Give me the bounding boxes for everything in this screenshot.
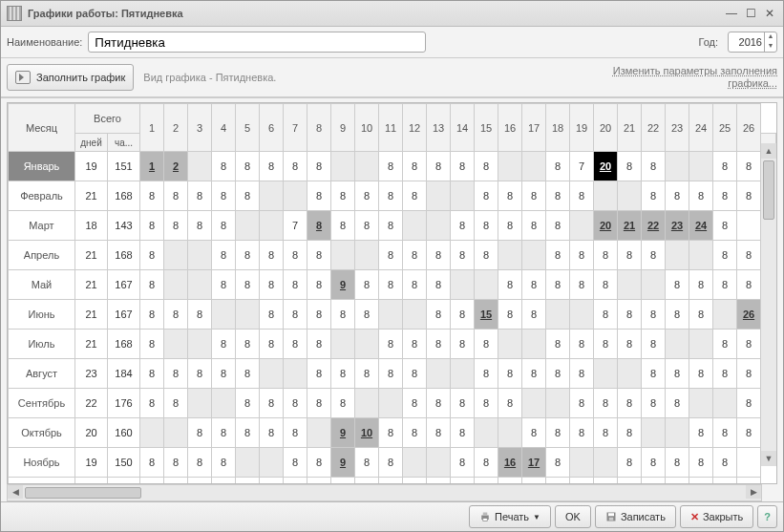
day-cell[interactable]: 8 bbox=[594, 389, 618, 418]
day-cell[interactable]: 8 bbox=[284, 270, 307, 300]
hscroll-thumb[interactable] bbox=[25, 487, 141, 499]
day-cell[interactable]: 8 bbox=[260, 389, 284, 418]
schedule-table[interactable]: Месяц Всего 1234567891011121314151617181… bbox=[8, 103, 776, 484]
day-cell[interactable]: 8 bbox=[307, 359, 331, 389]
day-cell[interactable] bbox=[618, 359, 642, 389]
day-cell[interactable]: 8 bbox=[737, 330, 761, 359]
day-cell[interactable] bbox=[713, 478, 737, 485]
day-cell[interactable]: 8 bbox=[355, 448, 379, 478]
name-input[interactable] bbox=[88, 32, 426, 53]
day-cell[interactable]: 8 bbox=[594, 241, 618, 270]
hours-cell[interactable]: 151 bbox=[108, 152, 140, 181]
day-cell[interactable]: 8 bbox=[475, 211, 498, 241]
day-cell[interactable]: 8 bbox=[140, 211, 164, 241]
day-cell[interactable]: 8 bbox=[522, 211, 546, 241]
day-cell[interactable]: 20 bbox=[594, 152, 618, 181]
maximize-button[interactable]: ☐ bbox=[743, 7, 758, 20]
day-cell[interactable] bbox=[666, 152, 689, 181]
month-cell[interactable]: Апрель bbox=[9, 241, 75, 270]
day-cell[interactable]: 8 bbox=[236, 359, 260, 389]
table-row[interactable]: Июнь21167888888888815888888826 bbox=[9, 300, 776, 330]
col-day-17[interactable]: 17 bbox=[522, 104, 546, 152]
day-cell[interactable]: 8 bbox=[618, 418, 642, 448]
day-cell[interactable] bbox=[331, 241, 355, 270]
hours-cell[interactable]: 143 bbox=[108, 211, 140, 241]
days-cell[interactable]: 23 bbox=[75, 359, 108, 389]
col-day-10[interactable]: 10 bbox=[355, 104, 379, 152]
day-cell[interactable]: 8 bbox=[331, 181, 355, 211]
day-cell[interactable]: 8 bbox=[164, 300, 188, 330]
day-cell[interactable]: 8 bbox=[236, 389, 260, 418]
year-input[interactable]: 2016 ▲ ▼ bbox=[728, 32, 777, 53]
col-day-23[interactable]: 23 bbox=[666, 104, 689, 152]
scroll-right-icon[interactable]: ▶ bbox=[746, 485, 761, 499]
day-cell[interactable]: 8 bbox=[546, 418, 570, 448]
day-cell[interactable]: 8 bbox=[618, 241, 642, 270]
month-cell[interactable]: Май bbox=[9, 270, 75, 300]
day-cell[interactable] bbox=[188, 241, 212, 270]
day-cell[interactable]: 7 bbox=[570, 152, 594, 181]
day-cell[interactable]: 8 bbox=[475, 330, 498, 359]
day-cell[interactable]: 8 bbox=[475, 389, 498, 418]
day-cell[interactable] bbox=[188, 270, 212, 300]
day-cell[interactable]: 8 bbox=[498, 270, 522, 300]
day-cell[interactable]: 8 bbox=[642, 300, 666, 330]
day-cell[interactable] bbox=[188, 152, 212, 181]
day-cell[interactable] bbox=[498, 241, 522, 270]
day-cell[interactable]: 8 bbox=[260, 241, 284, 270]
day-cell[interactable] bbox=[379, 300, 403, 330]
month-cell[interactable]: Октябрь bbox=[9, 418, 75, 448]
day-cell[interactable]: 8 bbox=[642, 359, 666, 389]
day-cell[interactable] bbox=[260, 181, 284, 211]
day-cell[interactable]: 26 bbox=[737, 300, 761, 330]
day-cell[interactable]: 8 bbox=[713, 330, 737, 359]
day-cell[interactable]: 8 bbox=[379, 211, 403, 241]
day-cell[interactable]: 8 bbox=[475, 241, 498, 270]
day-cell[interactable]: 8 bbox=[427, 270, 451, 300]
print-button[interactable]: Печать ▼ bbox=[469, 505, 551, 528]
table-row[interactable]: Май2116788888898888888888888 bbox=[9, 270, 776, 300]
month-cell[interactable]: Ноябрь bbox=[9, 448, 75, 478]
table-row[interactable]: Февраль2116888888888888888888888 bbox=[9, 181, 776, 211]
day-cell[interactable]: 8 bbox=[666, 478, 689, 485]
table-row[interactable]: Январь1915112888888888887208888 bbox=[9, 152, 776, 181]
day-cell[interactable] bbox=[522, 389, 546, 418]
day-cell[interactable]: 8 bbox=[642, 152, 666, 181]
day-cell[interactable]: 8 bbox=[212, 181, 236, 211]
day-cell[interactable]: 8 bbox=[307, 448, 331, 478]
day-cell[interactable] bbox=[666, 418, 689, 448]
horizontal-scrollbar[interactable]: ◀ ▶ bbox=[7, 484, 762, 501]
day-cell[interactable] bbox=[403, 300, 427, 330]
day-cell[interactable]: 8 bbox=[379, 448, 403, 478]
hours-cell[interactable]: 184 bbox=[108, 359, 140, 389]
day-cell[interactable]: 8 bbox=[260, 300, 284, 330]
save-button[interactable]: Записать bbox=[595, 505, 676, 528]
day-cell[interactable]: 8 bbox=[403, 359, 427, 389]
day-cell[interactable]: 7 bbox=[284, 211, 307, 241]
table-row[interactable]: Август2318488888888888888888888 bbox=[9, 359, 776, 389]
col-day-7[interactable]: 7 bbox=[284, 104, 307, 152]
col-day-3[interactable]: 3 bbox=[188, 104, 212, 152]
days-cell[interactable]: 21 bbox=[75, 330, 108, 359]
day-cell[interactable] bbox=[379, 478, 403, 485]
day-cell[interactable]: 8 bbox=[212, 359, 236, 389]
day-cell[interactable]: 8 bbox=[403, 241, 427, 270]
day-cell[interactable]: 8 bbox=[618, 389, 642, 418]
day-cell[interactable]: 8 bbox=[666, 270, 689, 300]
day-cell[interactable]: 8 bbox=[642, 330, 666, 359]
col-day-25[interactable]: 25 bbox=[713, 104, 737, 152]
day-cell[interactable]: 8 bbox=[666, 448, 689, 478]
day-cell[interactable]: 24 bbox=[689, 211, 713, 241]
day-cell[interactable]: 8 bbox=[498, 389, 522, 418]
day-cell[interactable] bbox=[212, 478, 236, 485]
days-cell[interactable]: 21 bbox=[75, 241, 108, 270]
day-cell[interactable]: 8 bbox=[355, 211, 379, 241]
day-cell[interactable]: 8 bbox=[594, 478, 618, 485]
day-cell[interactable]: 8 bbox=[140, 448, 164, 478]
day-cell[interactable]: 8 bbox=[618, 300, 642, 330]
month-cell[interactable]: Июнь bbox=[9, 300, 75, 330]
day-cell[interactable]: 8 bbox=[498, 300, 522, 330]
day-cell[interactable]: 8 bbox=[737, 359, 761, 389]
day-cell[interactable] bbox=[164, 330, 188, 359]
hours-cell[interactable]: 167 bbox=[108, 270, 140, 300]
